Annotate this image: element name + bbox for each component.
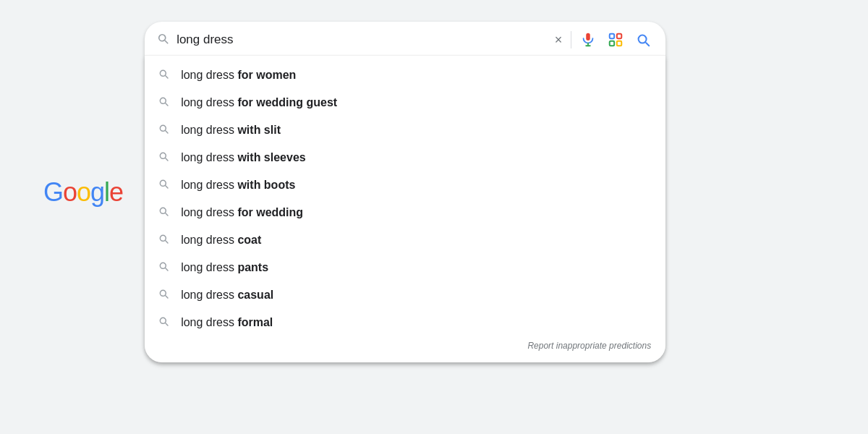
suggestion-item[interactable]: long dress for wedding guest: [145, 89, 665, 116]
suggestion-item[interactable]: long dress pants: [145, 254, 665, 281]
suggestion-search-icon-2: [156, 95, 171, 110]
google-logo: Google: [43, 177, 123, 208]
suggestion-text-9: long dress casual: [181, 289, 273, 302]
suggestion-text-10: long dress formal: [181, 316, 273, 329]
suggestion-search-icon-6: [156, 205, 171, 220]
svg-rect-5: [610, 41, 614, 46]
suggestion-text-6: long dress for wedding: [181, 206, 303, 219]
svg-rect-6: [617, 41, 621, 46]
suggestion-text-7: long dress coat: [181, 234, 261, 247]
logo-g2: g: [90, 177, 104, 208]
report-inappropriate[interactable]: Report inappropriate predictions: [145, 336, 665, 354]
camera-button[interactable]: [605, 29, 626, 51]
suggestion-item[interactable]: long dress casual: [145, 281, 665, 309]
suggestion-item[interactable]: long dress for women: [145, 61, 665, 89]
suggestion-item[interactable]: long dress with sleeves: [145, 144, 665, 171]
suggestion-item[interactable]: long dress for wedding: [145, 199, 665, 226]
suggestion-search-icon-7: [156, 233, 171, 247]
suggestion-search-icon-5: [156, 178, 171, 192]
suggestion-item[interactable]: long dress formal: [145, 309, 665, 336]
suggestion-search-icon-4: [156, 150, 171, 165]
logo-l: l: [104, 177, 109, 208]
vertical-divider: [571, 31, 571, 48]
search-input-row: ×: [145, 22, 665, 58]
clear-button[interactable]: ×: [552, 30, 566, 51]
search-box: ×: [145, 22, 665, 362]
search-submit-button[interactable]: [632, 29, 654, 51]
suggestion-text-1: long dress for women: [181, 69, 296, 82]
suggestion-item[interactable]: long dress with boots: [145, 171, 665, 199]
top-bar: Google ×: [0, 22, 868, 362]
search-container: ×: [145, 22, 665, 362]
svg-rect-4: [617, 34, 621, 38]
logo-o2: o: [77, 177, 90, 208]
suggestion-search-icon-1: [156, 68, 171, 82]
suggestion-text-2: long dress for wedding guest: [181, 96, 337, 109]
suggestion-search-icon-3: [156, 123, 171, 137]
page-wrapper: Google ×: [0, 0, 868, 434]
logo-e: e: [109, 177, 123, 208]
suggestion-text-8: long dress pants: [181, 261, 268, 274]
logo-g: G: [43, 177, 63, 208]
suggestion-text-5: long dress with boots: [181, 179, 295, 192]
svg-rect-0: [586, 33, 590, 41]
mic-button[interactable]: [577, 29, 599, 51]
search-input[interactable]: [176, 33, 544, 47]
suggestion-search-icon-10: [156, 315, 171, 330]
svg-rect-3: [610, 34, 614, 38]
suggestion-search-icon-8: [156, 260, 171, 275]
search-icon-main: [156, 32, 169, 48]
suggestion-item[interactable]: long dress with slit: [145, 116, 665, 144]
suggestions-dropdown: long dress for women long dress for wedd…: [145, 55, 665, 362]
search-controls: ×: [552, 29, 655, 51]
suggestion-text-3: long dress with slit: [181, 124, 281, 137]
suggestion-text-4: long dress with sleeves: [181, 151, 306, 164]
logo-o1: o: [63, 177, 77, 208]
suggestion-search-icon-9: [156, 288, 171, 302]
suggestion-item[interactable]: long dress coat: [145, 226, 665, 254]
